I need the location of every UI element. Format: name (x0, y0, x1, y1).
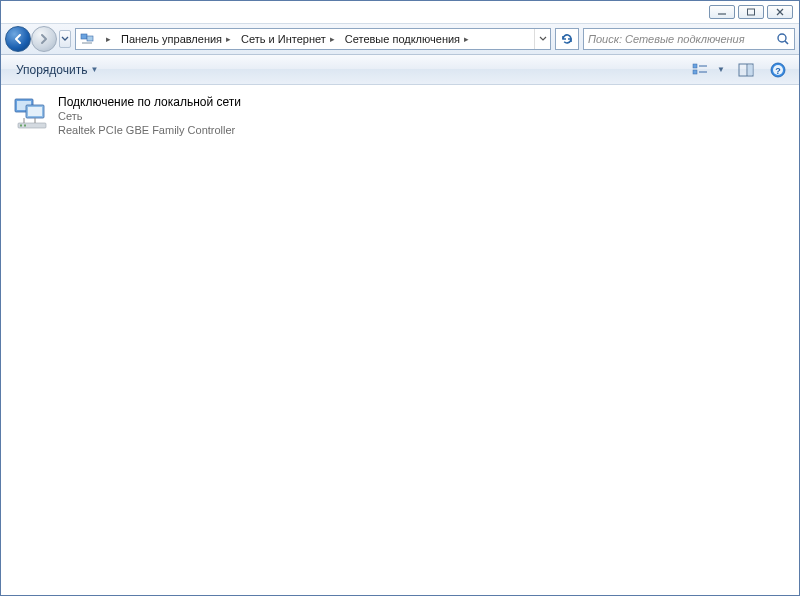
close-button[interactable] (767, 5, 793, 19)
chevron-right-icon: ▸ (226, 34, 231, 44)
preview-pane-button[interactable] (733, 59, 759, 81)
connection-title: Подключение по локальной сети (58, 95, 241, 109)
maximize-button[interactable] (738, 5, 764, 19)
forward-button[interactable] (31, 26, 57, 52)
organize-label: Упорядочить (16, 63, 87, 77)
breadcrumb-network-connections[interactable]: Сетевые подключения▸ (339, 29, 473, 49)
network-connection-item[interactable]: Подключение по локальной сети Сеть Realt… (5, 91, 285, 141)
help-button[interactable]: ? (765, 59, 791, 81)
svg-rect-1 (748, 9, 755, 15)
breadcrumb-network-internet[interactable]: Сеть и Интернет▸ (235, 29, 339, 49)
svg-point-7 (778, 34, 786, 42)
connection-text-group: Подключение по локальной сети Сеть Realt… (58, 95, 241, 137)
breadcrumb-label: Сетевые подключения (345, 33, 460, 45)
chevron-right-icon: ▸ (330, 34, 335, 44)
search-placeholder: Поиск: Сетевые подключения (588, 33, 745, 45)
svg-line-8 (785, 41, 788, 44)
svg-rect-5 (87, 36, 93, 41)
svg-rect-6 (82, 42, 92, 44)
address-history-dropdown[interactable] (534, 29, 550, 49)
svg-rect-25 (24, 125, 26, 127)
command-toolbar: Упорядочить ▼ ▼ ? (1, 55, 799, 85)
connection-device: Realtek PCIe GBE Family Controller (58, 123, 241, 137)
navigation-bar: ▸ Панель управления▸ Сеть и Интернет▸ Се… (1, 23, 799, 55)
svg-rect-23 (18, 123, 46, 128)
breadcrumb-control-panel[interactable]: Панель управления▸ (115, 29, 235, 49)
content-area: Подключение по локальной сети Сеть Realt… (1, 85, 799, 595)
refresh-button[interactable] (555, 28, 579, 50)
svg-rect-15 (748, 65, 753, 75)
connection-status: Сеть (58, 109, 241, 123)
back-button[interactable] (5, 26, 31, 52)
address-bar[interactable]: ▸ Панель управления▸ Сеть и Интернет▸ Се… (75, 28, 551, 50)
recent-locations-dropdown[interactable] (59, 30, 71, 48)
organize-button[interactable]: Упорядочить ▼ (9, 59, 105, 81)
svg-rect-10 (693, 70, 697, 74)
svg-rect-24 (20, 125, 22, 127)
change-view-button[interactable] (687, 59, 713, 81)
svg-rect-9 (693, 64, 697, 68)
window-titlebar (1, 1, 799, 23)
search-input[interactable]: Поиск: Сетевые подключения (583, 28, 795, 50)
network-connections-icon (78, 31, 96, 47)
lan-connection-icon (12, 95, 52, 135)
breadcrumb-root-chevron[interactable]: ▸ (96, 29, 115, 49)
search-icon (776, 32, 790, 48)
chevron-right-icon: ▸ (464, 34, 469, 44)
breadcrumb-label: Панель управления (121, 33, 222, 45)
dropdown-arrow-icon: ▼ (90, 65, 98, 74)
svg-rect-4 (81, 34, 87, 39)
change-view-dropdown[interactable]: ▼ (715, 59, 727, 81)
breadcrumb-label: Сеть и Интернет (241, 33, 326, 45)
svg-text:?: ? (775, 65, 781, 75)
minimize-button[interactable] (709, 5, 735, 19)
nav-back-forward-group (5, 26, 71, 52)
svg-rect-22 (28, 107, 42, 116)
